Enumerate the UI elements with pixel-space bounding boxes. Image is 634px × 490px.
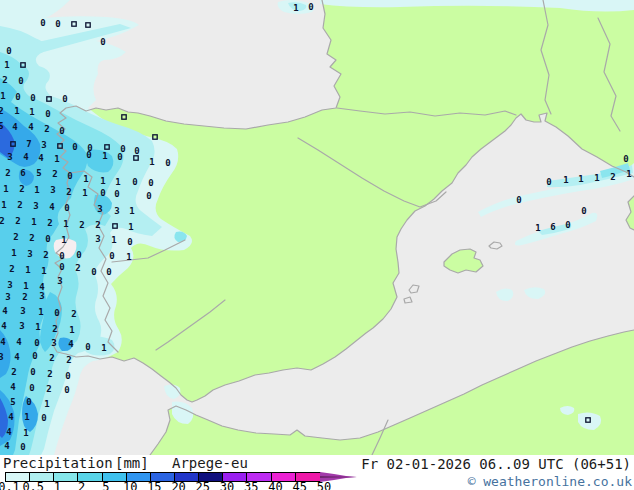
legend-title-row: Precipitation [mm] Arpege-eu Fr 02-01-20… xyxy=(0,455,634,471)
precip-value-label: 4 xyxy=(6,427,12,437)
precip-value-label: 2 xyxy=(13,232,18,242)
legend-title: Precipitation xyxy=(3,455,113,471)
precip-value-label: 1 xyxy=(41,266,46,276)
precip-value-label: 0 xyxy=(308,2,313,12)
precip-value-label: 3 xyxy=(7,152,12,162)
precip-value-label: 2 xyxy=(43,250,48,260)
precip-value-label: 3 xyxy=(0,352,4,362)
precip-value-label: 1 xyxy=(63,219,68,229)
precip-value-label: 4 xyxy=(14,352,20,362)
precip-value-label: 3 xyxy=(41,140,46,150)
precip-value-label: 1 xyxy=(578,174,583,184)
precip-value-label: 0 xyxy=(59,262,64,272)
precip-value-label: 2 xyxy=(66,355,71,365)
precip-value-label: 0 xyxy=(109,251,114,261)
precip-value-label: 3 xyxy=(57,276,62,286)
precip-value-label: 1 xyxy=(626,169,631,179)
precip-value-label: 0 xyxy=(132,177,137,187)
precip-value-label: 5 xyxy=(0,121,4,131)
legend-tick-label: 5 xyxy=(102,480,109,490)
precip-value-label: 2 xyxy=(95,220,100,230)
copyright: © weatheronline.co.uk xyxy=(468,474,632,489)
precip-value-label: 0 xyxy=(40,18,45,28)
weather-map-frame: 0000120100021105442073000034410101026520… xyxy=(0,0,634,490)
precip-value-label: 0 xyxy=(516,195,521,205)
precip-value-label: 1 xyxy=(293,3,298,13)
precip-value-label: 1 xyxy=(111,235,116,245)
precip-value-label: 1 xyxy=(4,60,9,70)
precip-value-label: 0 xyxy=(546,177,551,187)
precip-value-label: 0 xyxy=(67,171,72,181)
legend-tick-label: 35 xyxy=(244,480,258,490)
precip-value-label: 0 xyxy=(59,251,64,261)
precip-value-label: 0 xyxy=(165,158,170,168)
model-name: Arpege-eu xyxy=(172,455,248,471)
precip-value-label: 4 xyxy=(4,441,10,451)
legend-tick-label: 30 xyxy=(220,480,234,490)
precip-value-label: 0 xyxy=(59,126,64,136)
legend-tick-label: 0.5 xyxy=(22,480,44,490)
precip-value-label: 1 xyxy=(149,157,154,167)
precip-value-label: 0 xyxy=(146,191,151,201)
precip-value-label: 0 xyxy=(72,142,77,152)
precip-value-label: 5 xyxy=(36,168,41,178)
precip-value-label: 0 xyxy=(54,308,59,318)
precip-value-label: 0 xyxy=(6,46,11,56)
precip-value-label: 1 xyxy=(24,412,29,422)
precip-value-label: 4 xyxy=(49,202,55,212)
precip-value-label: 0 xyxy=(100,37,105,47)
precip-value-label: 0 xyxy=(148,178,153,188)
precip-value-label: 3 xyxy=(114,206,119,216)
legend-tick-label: 40 xyxy=(268,480,282,490)
precip-value-label: 2 xyxy=(9,264,14,274)
precip-value-label: 0 xyxy=(106,267,111,277)
legend-tick-label: 25 xyxy=(196,480,210,490)
precip-value-label: 1 xyxy=(31,217,36,227)
precip-value-label: 4 xyxy=(8,412,14,422)
precip-value-label: 2 xyxy=(11,367,16,377)
precip-value-label: 7 xyxy=(26,139,31,149)
precip-value-label: 2 xyxy=(52,324,57,334)
precip-value-label: 2 xyxy=(52,169,57,179)
precip-value-label: 1 xyxy=(126,252,131,262)
precip-value-label: 4 xyxy=(12,122,18,132)
precip-value-label: 0 xyxy=(26,397,31,407)
precip-value-label: 2 xyxy=(47,218,52,228)
precip-value-label: 1 xyxy=(29,107,34,117)
precip-value-label: 1 xyxy=(34,185,39,195)
precip-value-label: 2 xyxy=(49,353,54,363)
precip-value-label: 2 xyxy=(5,168,10,178)
precip-value-label: 2 xyxy=(0,106,4,116)
precip-value-label: 0 xyxy=(62,94,67,104)
precip-value-label: 3 xyxy=(39,291,44,301)
precip-value-label: 1 xyxy=(128,222,133,232)
precip-value-label: 3 xyxy=(95,234,100,244)
precip-value-label: 0 xyxy=(30,367,35,377)
legend-tick-label: 20 xyxy=(171,480,185,490)
precip-value-label: 1 xyxy=(101,343,106,353)
precip-value-label: 2 xyxy=(47,369,52,379)
precip-value-label: 1 xyxy=(1,200,6,210)
precip-value-label: 3 xyxy=(33,201,38,211)
precip-value-label: 0 xyxy=(65,371,70,381)
precip-value-label: 0 xyxy=(45,234,50,244)
precip-value-label: 1 xyxy=(61,235,66,245)
legend-tick-label: 50 xyxy=(317,480,331,490)
precip-value-label: 0 xyxy=(117,152,122,162)
precip-value-label: 3 xyxy=(51,338,56,348)
precip-value-label: 2 xyxy=(2,75,7,85)
precip-value-label: 1 xyxy=(0,91,5,101)
precip-value-label: 3 xyxy=(5,292,10,302)
precip-value-label: 1 xyxy=(23,281,28,291)
precip-value-label: 2 xyxy=(46,384,51,394)
precip-value-label: 2 xyxy=(75,263,80,273)
precip-value-label: 1 xyxy=(115,177,120,187)
precip-value-label: 1 xyxy=(535,223,540,233)
precip-value-label: 1 xyxy=(11,248,16,258)
precip-value-label: 5 xyxy=(10,397,15,407)
forecast-datetime: Fr 02-01-2026 06..09 UTC (06+51) xyxy=(361,456,631,472)
precip-value-label: 0 xyxy=(114,189,119,199)
precip-value-label: 1 xyxy=(83,174,88,184)
precip-value-label: 0 xyxy=(55,19,60,29)
precip-value-label: 4 xyxy=(10,382,16,392)
